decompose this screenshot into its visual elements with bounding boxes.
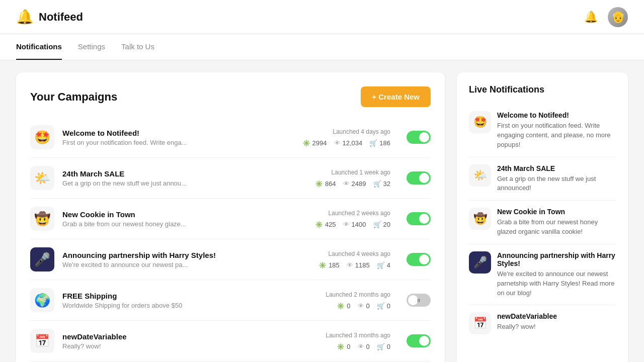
header-right: 🔔 👴	[584, 7, 628, 27]
stats-row: ✳️ 0 👁 0 🛒 0	[337, 302, 390, 310]
cart-value: 4	[387, 261, 390, 269]
app-name: Notifeed	[39, 11, 83, 24]
campaign-info: newDateVariablee Really? wow!	[62, 332, 292, 350]
stats-row: ✳️ 2994 👁 12,034 🛒 186	[302, 139, 390, 147]
campaign-name: Announcing partnership with Harry Styles…	[62, 251, 292, 259]
campaign-icon: 📅	[30, 329, 54, 353]
clicks-stat: ✳️ 0	[337, 343, 350, 350]
views-stat: 👁 2489	[343, 180, 366, 188]
campaign-list: 🤩 Welcome to Notifeed! First on your not…	[30, 117, 431, 362]
cart-value: 186	[379, 139, 390, 147]
campaign-icon: 🤩	[30, 125, 54, 149]
campaigns-panel: Your Campaigns + Create New 🤩 Welcome to…	[16, 72, 445, 362]
live-item-desc: Grab a bite from our newest honey glazed…	[497, 218, 616, 237]
clicks-icon: ✳️	[337, 302, 345, 310]
clicks-icon: ✳️	[337, 343, 345, 350]
cart-stat: 🛒 20	[373, 221, 390, 228]
cart-stat: 🛒 32	[373, 180, 390, 188]
live-item-name: 24th March SALE	[497, 164, 616, 172]
campaign-info: FREE Shipping Worldwide Shipping for ord…	[62, 292, 292, 309]
toggle-wrap[interactable]: ✓	[407, 334, 431, 347]
toggle-wrap[interactable]: ✓	[407, 171, 431, 185]
bell-icon[interactable]: 🔔	[584, 11, 598, 24]
toggle-1[interactable]: ✓	[407, 171, 431, 185]
live-content: 24th March SALE Get a grip on the new st…	[497, 164, 616, 194]
live-item-desc: We're excited to announce our newest par…	[497, 269, 616, 298]
clicks-stat: ✳️ 185	[318, 261, 340, 269]
toggle-0[interactable]: ✓	[407, 131, 431, 144]
nav-item-notifications[interactable]: Notifications	[16, 34, 62, 60]
live-content: Welcome to Notifeed! First on your notif…	[497, 111, 616, 150]
logo-icon: 🔔	[16, 9, 34, 25]
toggle-4[interactable]: ⏸	[407, 294, 431, 307]
clicks-value: 2994	[312, 139, 327, 147]
live-content: newDateVariablee Really? wow!	[497, 312, 616, 334]
nav-item-talk-to-us[interactable]: Talk to Us	[121, 34, 154, 60]
campaigns-title: Your Campaigns	[30, 90, 117, 104]
campaign-icon: 🌍	[30, 288, 54, 312]
launched-label: Launched 3 months ago	[326, 332, 390, 339]
cart-value: 20	[383, 221, 390, 228]
live-item-name: Welcome to Notifeed!	[497, 111, 616, 119]
clicks-icon: ✳️	[315, 180, 323, 188]
launched-label: Launched 4 days ago	[333, 128, 390, 135]
live-icon: 🤠	[469, 208, 491, 230]
campaign-row: 🤠 New Cookie in Town Grab a bite from ou…	[30, 199, 431, 239]
cart-stat: 🛒 0	[377, 343, 390, 350]
views-icon: 👁	[343, 221, 350, 228]
header: 🔔 Notifeed 🔔 👴	[0, 0, 644, 34]
toggle-wrap[interactable]: ✓	[407, 131, 431, 144]
toggle-2[interactable]: ✓	[407, 212, 431, 225]
live-list: 🤩 Welcome to Notifeed! First on your not…	[469, 104, 616, 341]
campaign-name: Welcome to Notifeed!	[62, 129, 292, 137]
live-item-desc: Really? wow!	[497, 322, 616, 332]
live-notifications-title: Live Notifications	[469, 84, 616, 95]
toggle-wrap[interactable]: ✓	[407, 253, 431, 266]
campaign-row: 🤩 Welcome to Notifeed! First on your not…	[30, 117, 431, 158]
cart-stat: 🛒 186	[369, 139, 390, 147]
stats-row: ✳️ 864 👁 2489 🛒 32	[315, 180, 390, 188]
toggle-5[interactable]: ✓	[407, 334, 431, 347]
nav-item-settings[interactable]: Settings	[78, 34, 105, 60]
campaign-row: 🎤 Announcing partnership with Harry Styl…	[30, 239, 431, 280]
live-content: Announcing partnership with Harry Styles…	[497, 251, 616, 298]
views-icon: 👁	[358, 343, 364, 350]
views-value: 0	[366, 302, 370, 310]
campaign-name: New Cookie in Town	[62, 210, 292, 219]
views-icon: 👁	[347, 261, 353, 269]
toggle-3[interactable]: ✓	[407, 253, 431, 266]
campaign-icon: 🌤️	[30, 166, 54, 190]
campaign-stats: Launched 4 weeks ago ✳️ 185 👁 1185 🛒 4	[300, 250, 390, 269]
cart-icon: 🛒	[369, 139, 377, 147]
toggle-slider	[407, 294, 431, 307]
toggle-slider	[407, 334, 431, 347]
stats-row: ✳️ 425 👁 1400 🛒 20	[315, 221, 390, 228]
campaign-name: FREE Shipping	[62, 292, 292, 300]
toggle-slider	[407, 131, 431, 144]
live-item: 🎤 Announcing partnership with Harry Styl…	[469, 244, 616, 306]
clicks-stat: ✳️ 2994	[302, 139, 327, 147]
campaign-stats: Launched 2 weeks ago ✳️ 425 👁 1400 🛒 20	[300, 210, 390, 228]
toggle-wrap[interactable]: ⏸	[407, 294, 431, 307]
campaign-desc: We're excited to announce our newest pa.…	[62, 261, 292, 268]
logo[interactable]: 🔔 Notifeed	[16, 9, 83, 25]
avatar[interactable]: 👴	[608, 7, 628, 27]
campaign-stats: Launched 2 months ago ✳️ 0 👁 0 🛒 0	[300, 291, 390, 310]
views-value: 1185	[355, 261, 370, 269]
views-value: 1400	[352, 221, 366, 228]
views-icon: 👁	[334, 139, 341, 147]
views-value: 12,034	[343, 139, 363, 147]
toggle-slider	[407, 212, 431, 225]
live-item: 🤩 Welcome to Notifeed! First on your not…	[469, 104, 616, 157]
campaign-row: 🌍 FREE Shipping Worldwide Shipping for o…	[30, 280, 431, 321]
campaign-desc: Get a grip on the new stuff we just anno…	[62, 179, 292, 187]
toggle-wrap[interactable]: ✓	[407, 212, 431, 225]
clicks-value: 864	[325, 180, 336, 188]
clicks-icon: ✳️	[318, 261, 327, 269]
campaign-name: newDateVariablee	[62, 332, 292, 341]
create-new-button[interactable]: + Create New	[361, 86, 431, 107]
campaign-row: 🌤️ 24th March SALE Get a grip on the new…	[30, 158, 431, 199]
views-stat: 👁 0	[358, 302, 370, 310]
cart-icon: 🛒	[377, 261, 385, 269]
live-icon: 🎤	[469, 251, 491, 274]
